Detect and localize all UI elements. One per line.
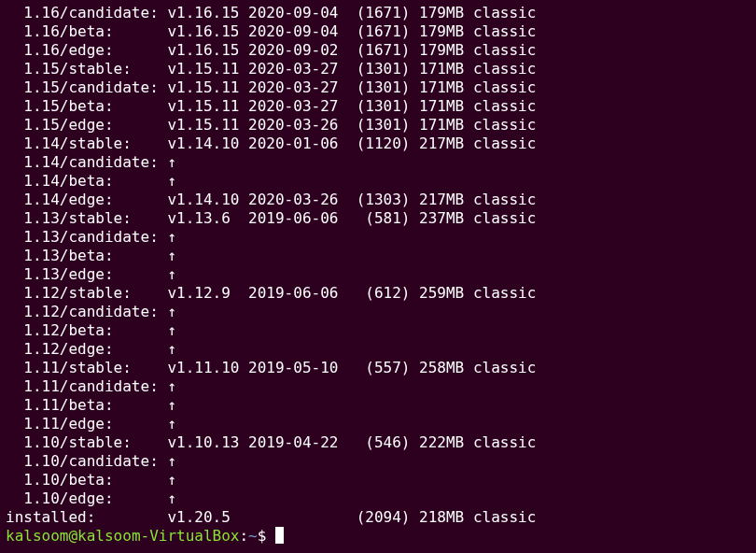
date-value: 2020-09-02 (248, 41, 347, 60)
cursor (275, 527, 284, 544)
channel-label: 1.16/candidate: (6, 4, 167, 22)
tracking-arrow-icon: ↑ (167, 489, 176, 508)
output-line: 1.12/candidate:↑ (6, 303, 750, 321)
version-value: v1.11.10 (167, 359, 248, 377)
date-value: 2019-06-06 (248, 284, 347, 303)
revision-value: (546) (347, 433, 410, 452)
tracking-arrow-icon: ↑ (167, 452, 176, 471)
channel-label: 1.12/candidate: (6, 303, 167, 321)
output-line: 1.12/edge:↑ (6, 340, 750, 359)
tracking-arrow-icon: ↑ (167, 265, 176, 284)
size-value: 171MB (410, 78, 464, 97)
tracking-arrow-icon: ↑ (167, 153, 176, 172)
channel-label: 1.13/beta: (6, 247, 167, 265)
prompt-path: ~ (248, 527, 258, 545)
notes-value: classic (464, 284, 536, 303)
date-value: 2020-01-06 (248, 135, 347, 153)
output-line: 1.16/beta:v1.16.152020-09-04(1671)179MBc… (6, 22, 750, 41)
output-line: 1.11/edge:↑ (6, 415, 750, 433)
notes-value: classic (464, 97, 536, 116)
channel-label: 1.13/edge: (6, 265, 167, 284)
revision-value: (1301) (347, 78, 410, 97)
output-line: 1.14/candidate:↑ (6, 153, 750, 172)
channel-label: 1.13/candidate: (6, 228, 167, 247)
version-value: v1.20.5 (167, 508, 248, 527)
version-value: v1.14.10 (167, 191, 248, 209)
channel-label: 1.10/stable: (6, 433, 167, 452)
size-value: 217MB (410, 135, 464, 153)
date-value: 2020-03-27 (248, 97, 347, 116)
size-value: 179MB (410, 4, 464, 22)
size-value: 171MB (410, 60, 464, 78)
tracking-arrow-icon: ↑ (167, 228, 176, 247)
channel-label: 1.16/edge: (6, 41, 167, 60)
date-value: 2020-03-26 (248, 116, 347, 135)
version-value: v1.14.10 (167, 135, 248, 153)
version-value: v1.16.15 (167, 4, 248, 22)
version-value: v1.10.13 (167, 433, 248, 452)
revision-value: (1671) (347, 22, 410, 41)
channel-label: 1.15/candidate: (6, 78, 167, 97)
notes-value: classic (464, 60, 536, 78)
tracking-arrow-icon: ↑ (167, 172, 176, 191)
channel-label: 1.11/candidate: (6, 377, 167, 396)
size-value: 171MB (410, 116, 464, 135)
revision-value: (1671) (347, 4, 410, 22)
prompt-user: kalsoom (6, 527, 68, 545)
channel-label: 1.15/stable: (6, 60, 167, 78)
output-line: 1.13/candidate:↑ (6, 228, 750, 247)
date-value: 2020-03-26 (248, 191, 347, 209)
size-value: 222MB (410, 433, 464, 452)
channel-label: 1.15/beta: (6, 97, 167, 116)
tracking-arrow-icon: ↑ (167, 471, 176, 489)
channel-label: 1.14/edge: (6, 191, 167, 209)
revision-value: (581) (347, 209, 410, 228)
channel-label: 1.14/candidate: (6, 153, 167, 172)
prompt-host: kalsoom-VirtualBox (77, 527, 239, 545)
date-value: 2020-03-27 (248, 60, 347, 78)
notes-value: classic (464, 359, 536, 377)
output-line: 1.16/edge:v1.16.152020-09-02(1671)179MBc… (6, 41, 750, 60)
output-line: 1.15/stable:v1.15.112020-03-27(1301)171M… (6, 60, 750, 78)
output-line: 1.13/edge:↑ (6, 265, 750, 284)
tracking-arrow-icon: ↑ (167, 340, 176, 359)
notes-value: classic (464, 135, 536, 153)
output-line: 1.12/beta:↑ (6, 321, 750, 340)
notes-value: classic (464, 508, 536, 527)
prompt-at: @ (68, 527, 77, 545)
notes-value: classic (464, 209, 536, 228)
size-value: 171MB (410, 97, 464, 116)
date-value: 2020-09-04 (248, 4, 347, 22)
revision-value: (2094) (347, 508, 410, 527)
channel-label: 1.10/edge: (6, 489, 167, 508)
notes-value: classic (464, 433, 536, 452)
channel-label: 1.12/stable: (6, 284, 167, 303)
output-line: 1.10/beta:↑ (6, 471, 750, 489)
revision-value: (1671) (347, 41, 410, 60)
version-value: v1.15.11 (167, 97, 248, 116)
notes-value: classic (464, 22, 536, 41)
date-value: 2020-03-27 (248, 78, 347, 97)
tracking-arrow-icon: ↑ (167, 247, 176, 265)
revision-value: (1301) (347, 60, 410, 78)
version-value: v1.16.15 (167, 22, 248, 41)
output-line: 1.10/stable:v1.10.132019-04-22(546)222MB… (6, 433, 750, 452)
shell-prompt[interactable]: kalsoom@kalsoom-VirtualBox:~$ (6, 527, 750, 546)
channel-label: 1.11/stable: (6, 359, 167, 377)
output-line: 1.13/stable:v1.13.62019-06-06(581)237MBc… (6, 209, 750, 228)
version-value: v1.13.6 (167, 209, 248, 228)
channel-label: 1.10/beta: (6, 471, 167, 489)
channel-label: 1.10/candidate: (6, 452, 167, 471)
tracking-arrow-icon: ↑ (167, 396, 176, 415)
channel-label: 1.16/beta: (6, 22, 167, 41)
output-line: 1.12/stable:v1.12.92019-06-06(612)259MBc… (6, 284, 750, 303)
version-value: v1.15.11 (167, 78, 248, 97)
size-value: 218MB (410, 508, 464, 527)
date-value: 2019-05-10 (248, 359, 347, 377)
output-line: installed:v1.20.5(2094)218MBclassic (6, 508, 750, 527)
date-value: 2019-04-22 (248, 433, 347, 452)
size-value: 217MB (410, 191, 464, 209)
channel-label: 1.14/stable: (6, 135, 167, 153)
notes-value: classic (464, 191, 536, 209)
size-value: 179MB (410, 22, 464, 41)
